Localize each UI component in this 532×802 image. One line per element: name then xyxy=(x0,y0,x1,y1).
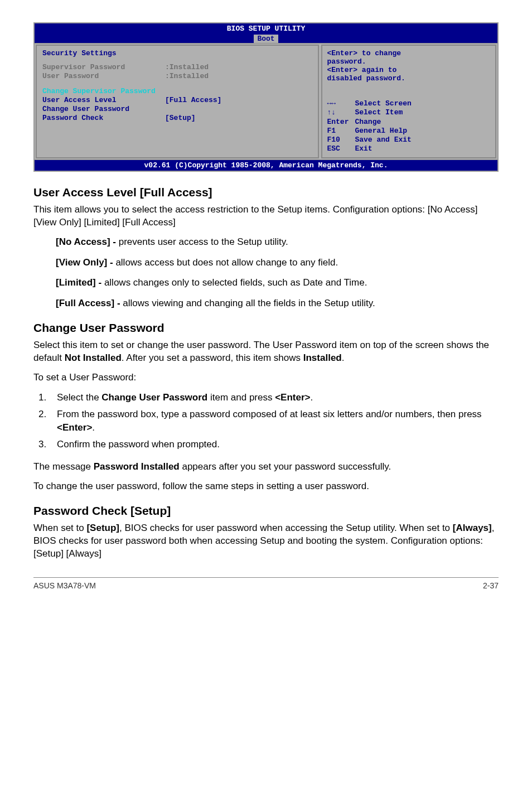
heading-change-user-password: Change User Password xyxy=(33,321,499,335)
supervisor-password-label: Supervisor Password xyxy=(42,63,165,72)
bios-section-title: Security Settings xyxy=(42,49,312,57)
password-check-value: [Setup] xyxy=(165,114,312,123)
help-line: <Enter> to change xyxy=(327,49,491,57)
step-1: Select the Change User Password item and… xyxy=(49,391,499,404)
bios-title: BIOS SETUP UTILITY xyxy=(35,25,497,33)
user-access-level-value: [Full Access] xyxy=(165,96,312,105)
paragraph: Select this item to set or change the us… xyxy=(33,339,499,365)
nav-select-screen: Select Screen xyxy=(355,99,411,108)
nav-key-f1: F1 xyxy=(327,127,355,136)
paragraph: The message Password Installed appears a… xyxy=(33,461,499,474)
option-limited: [Limited] - allows changes only to selec… xyxy=(56,277,499,289)
user-password-label: User Password xyxy=(42,72,165,81)
nav-action-help: General Help xyxy=(355,127,407,136)
option-full-access: [Full Access] - allows viewing and chang… xyxy=(56,297,499,310)
paragraph: To change the user password, follow the … xyxy=(33,480,499,493)
paragraph: To set a User Password: xyxy=(33,371,499,384)
nav-action-exit: Exit xyxy=(355,144,372,153)
bios-screenshot: BIOS SETUP UTILITY Boot Security Setting… xyxy=(33,22,499,172)
footer-product: ASUS M3A78-VM xyxy=(33,581,96,590)
supervisor-password-value: :Installed xyxy=(165,63,312,72)
bios-help-text: <Enter> to change password. <Enter> agai… xyxy=(327,49,491,83)
bios-right-pane: <Enter> to change password. <Enter> agai… xyxy=(321,45,496,158)
page-footer: ASUS M3A78-VM 2-37 xyxy=(33,577,499,590)
heading-password-check: Password Check [Setup] xyxy=(33,504,499,518)
bios-tab-boot: Boot xyxy=(254,35,278,44)
bios-nav-hints: ↔↔ Select Screen ↑↓ Select Item Enter Ch… xyxy=(327,99,491,154)
change-user-password-item[interactable]: Change User Password xyxy=(42,105,129,114)
paragraph: When set to [Setup], BIOS checks for use… xyxy=(33,522,499,561)
steps-list: Select the Change User Password item and… xyxy=(33,391,499,451)
nav-key-enter: Enter xyxy=(327,118,355,127)
bios-footer: v02.61 (C)Copyright 1985-2008, American … xyxy=(35,160,497,171)
step-2: From the password box, type a password c… xyxy=(49,408,499,434)
help-line: disabled password. xyxy=(327,74,491,83)
bios-left-pane: Security Settings Supervisor Password :I… xyxy=(36,45,319,158)
nav-action-save: Save and Exit xyxy=(355,136,411,144)
heading-user-access-level: User Access Level [Full Access] xyxy=(33,186,499,199)
user-access-level-item[interactable]: User Access Level xyxy=(42,96,165,105)
change-supervisor-password-item[interactable]: Change Supervisor Password xyxy=(42,87,156,96)
password-check-item[interactable]: Password Check xyxy=(42,114,165,123)
nav-key-esc: ESC xyxy=(327,144,355,153)
arrows-ud-icon: ↑↓ xyxy=(327,108,355,117)
help-line: <Enter> again to xyxy=(327,66,491,74)
nav-key-f10: F10 xyxy=(327,136,355,144)
options-list: [No Access] - prevents user access to th… xyxy=(56,236,499,311)
help-line: password. xyxy=(327,57,491,66)
footer-page-number: 2-37 xyxy=(483,581,499,590)
option-no-access: [No Access] - prevents user access to th… xyxy=(56,236,499,249)
option-view-only: [View Only] - allows access but does not… xyxy=(56,257,499,269)
user-password-value: :Installed xyxy=(165,72,312,81)
nav-action-change: Change xyxy=(355,118,381,127)
arrows-lr-icon: ↔↔ xyxy=(327,99,355,108)
paragraph: This item allows you to select the acces… xyxy=(33,204,499,229)
nav-select-item: Select Item xyxy=(355,108,403,117)
bios-header: BIOS SETUP UTILITY Boot xyxy=(35,23,497,43)
step-3: Confirm the password when prompted. xyxy=(49,438,499,451)
